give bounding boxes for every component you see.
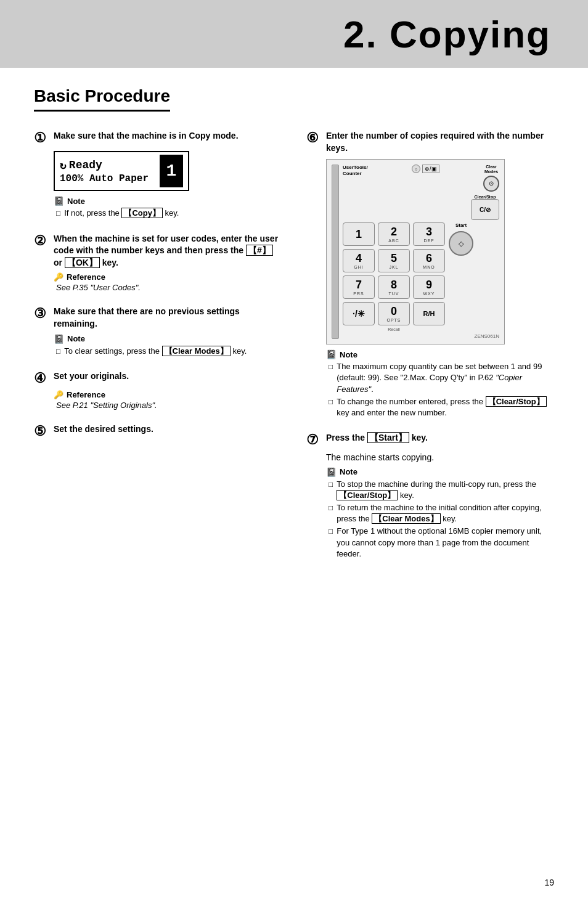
step-1-text: Make sure that the machine is in Copy mo…: [54, 130, 239, 142]
clear-modes-button[interactable]: ⊙: [483, 176, 499, 192]
ref-title-4: 🔑 Reference: [54, 390, 282, 399]
start-label: Start: [455, 222, 467, 228]
note-icon-7: 📓: [326, 467, 337, 477]
key-5-main: 5: [391, 252, 397, 265]
ref-text-4: See P.21 "Setting Originals".: [56, 401, 282, 410]
display-number-box: 1: [160, 155, 183, 187]
header-band: 2. Copying: [0, 0, 588, 68]
step-6: ⑥ Enter the number of copies required wi…: [306, 130, 554, 418]
clearstop-label: Clear/Stop: [474, 195, 496, 200]
step-7-subtext: The machine starts copying.: [326, 452, 554, 462]
note-label-1: Note: [67, 197, 85, 206]
copy-key: 【Copy】: [121, 208, 163, 218]
key-6-sub: MNO: [423, 265, 435, 269]
keypad-row-bottom: ·/✳ 0OPTS R/H: [343, 302, 445, 325]
step-6-note: 📓 Note The maximum copy quantity can be …: [326, 349, 554, 418]
key-6[interactable]: 6MNO: [413, 249, 445, 272]
step-3-header: ③ Make sure that there are no previous s…: [34, 306, 282, 330]
keypad-row-3: 7PRS 8TUV 9WXY: [343, 275, 445, 299]
key-9-sub: WXY: [423, 291, 435, 296]
step-6-text: Enter the number of copies required with…: [326, 130, 554, 154]
start-button[interactable]: ◇: [449, 231, 473, 256]
note-label-6: Note: [340, 350, 357, 359]
note-item-7-1-text: To stop the machine during the multi-cop…: [337, 479, 554, 501]
display-inner: ↻ Ready 100% Auto Paper: [60, 158, 149, 184]
section-title: Basic Procedure: [34, 86, 170, 112]
right-column: ⑥ Enter the number of copies required wi…: [306, 130, 554, 573]
copy-mode-display: ↻ Ready 100% Auto Paper 1: [54, 151, 189, 191]
step-4-number: ④: [34, 370, 49, 386]
step-5: ⑤ Set the desired settings.: [34, 423, 282, 439]
display-ready-text: Ready: [69, 159, 102, 171]
keypad-image: UserTools/Counter ○ ⊕/▣ ClearModes ⊙: [326, 159, 505, 344]
key-7-sub: PRS: [353, 291, 364, 296]
note-item-6-2-text: To change the number entered, press the …: [337, 396, 554, 418]
step-4: ④ Set your originals. 🔑 Reference See P.…: [34, 370, 282, 410]
step-1-number: ①: [34, 130, 49, 146]
keypad-row-1: 1 2ABC 3DEF: [343, 222, 445, 246]
step-7-number: ⑦: [306, 432, 321, 448]
key-3[interactable]: 3DEF: [413, 222, 445, 246]
hash-key: 【#】: [246, 245, 273, 256]
note-item-7-3: For Type 1 without the optional 16MB cop…: [329, 526, 554, 560]
key-8-sub: TUV: [389, 291, 399, 296]
usertool-counter-label: UserTools/Counter: [343, 165, 368, 176]
step-3-note: 📓 Note To clear settings, press the 【Cle…: [54, 334, 282, 357]
ref-label-2: Reference: [67, 272, 105, 282]
note-icon-6: 📓: [326, 349, 337, 359]
keypad-right-col: Start ◇: [449, 222, 473, 332]
key-4-main: 4: [356, 252, 362, 265]
ref-icon-2: 🔑: [54, 272, 63, 282]
key-8[interactable]: 8TUV: [378, 275, 410, 299]
key-1-main: 1: [356, 228, 362, 241]
note-item-6-2: To change the number entered, press the …: [329, 396, 554, 418]
key-5[interactable]: 5JKL: [378, 249, 410, 272]
key-0[interactable]: 0OPTS: [378, 302, 410, 325]
display-line1: ↻ Ready: [60, 158, 149, 172]
note-item-3-1: To clear settings, press the 【Clear Mode…: [56, 346, 282, 357]
step-1-header: ① Make sure that the machine is in Copy …: [34, 130, 282, 146]
ref-title-2: 🔑 Reference: [54, 272, 282, 282]
note-item-6-1-text: The maximum copy quantity can be set bet…: [337, 361, 554, 395]
step-7: ⑦ Press the 【Start】 key. The machine sta…: [306, 432, 554, 560]
key-9[interactable]: 9WXY: [413, 275, 445, 299]
step-3-number: ③: [34, 306, 49, 322]
key-5-sub: JKL: [389, 265, 398, 269]
note-item-1-1: If not, press the 【Copy】 key.: [56, 208, 282, 219]
clear-modes-key-7: 【Clear Modes】: [372, 513, 440, 524]
step-6-number: ⑥: [306, 130, 321, 146]
step-4-header: ④ Set your originals.: [34, 370, 282, 386]
page-number: 19: [544, 878, 554, 887]
note-item-1-1-text: If not, press the 【Copy】 key.: [64, 208, 179, 219]
key-star[interactable]: ·/✳: [343, 302, 375, 325]
display-line2: 100% Auto Paper: [60, 173, 149, 184]
clearstop-button[interactable]: C/⊘: [471, 199, 499, 220]
ok-key: 【OK】: [65, 257, 100, 268]
clear-modes-key-3: 【Clear Modes】: [162, 346, 231, 356]
note-item-7-2: To return the machine to the initial con…: [329, 502, 554, 524]
number-grid: 1 2ABC 3DEF 4GHI 5JKL 6MNO: [343, 222, 445, 332]
step-4-text: Set your originals.: [54, 370, 129, 383]
key-1[interactable]: 1: [343, 222, 375, 246]
key-2-sub: ABC: [388, 238, 399, 243]
note-item-7-1: To stop the machine during the multi-cop…: [329, 479, 554, 501]
power-indicator: ○: [412, 165, 420, 173]
keypad-model-note: ZENS061N: [343, 333, 499, 339]
clearstop-key-7a: 【Clear/Stop】: [337, 490, 398, 500]
note-label-3: Note: [67, 334, 85, 343]
note-item-3-1-text: To clear settings, press the 【Clear Mode…: [64, 346, 247, 357]
key-rh[interactable]: R/H: [413, 302, 445, 325]
step-1-note: 📓 Note If not, press the 【Copy】 key.: [54, 196, 282, 219]
note-icon-3: 📓: [54, 334, 64, 344]
step-6-header: ⑥ Enter the number of copies required wi…: [306, 130, 554, 154]
key-7[interactable]: 7PRS: [343, 275, 375, 299]
key-7-main: 7: [356, 279, 362, 291]
ref-label-4: Reference: [67, 390, 105, 399]
key-4[interactable]: 4GHI: [343, 249, 375, 272]
step-2-text: When the machine is set for user codes, …: [54, 233, 282, 269]
mode-switch-btn: ⊕/▣: [422, 165, 439, 173]
clear-modes-label: ClearModes: [484, 165, 498, 174]
step-5-text: Set the desired settings.: [54, 423, 153, 436]
step-7-header: ⑦ Press the 【Start】 key.: [306, 432, 554, 448]
key-2[interactable]: 2ABC: [378, 222, 410, 246]
